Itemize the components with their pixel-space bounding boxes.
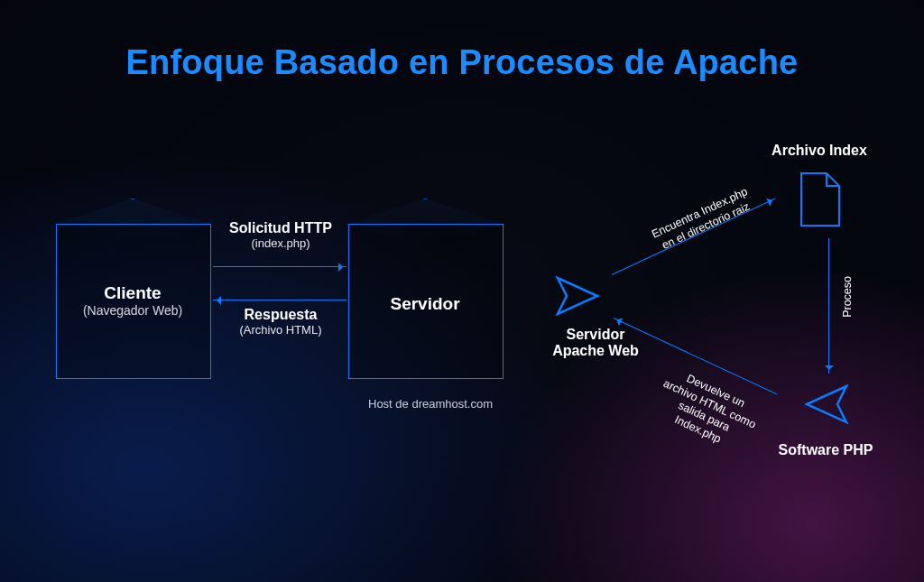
client-subtitle: (Navegador Web) <box>56 303 209 318</box>
arrow-response <box>213 300 346 300</box>
arrow-request <box>213 266 346 267</box>
page-title: Enfoque Basado en Procesos de Apache <box>0 43 924 82</box>
request-label: Solicitud HTTP (index.php) <box>222 220 339 250</box>
client-cube: Cliente (Navegador Web) <box>56 224 209 377</box>
php-label: Software PHP <box>767 442 884 458</box>
server-caption: Host de dreamhost.com <box>368 397 493 411</box>
client-title: Cliente <box>56 283 209 303</box>
response-label: Respuesta (Archivo HTML) <box>227 307 334 337</box>
process-text: Proceso <box>841 276 854 318</box>
server-cube: Servidor <box>348 224 502 377</box>
diagram-stage: Enfoque Basado en Procesos de Apache Cli… <box>0 0 924 582</box>
server-title: Servidor <box>348 294 502 314</box>
apache-label: Servidor Apache Web <box>541 327 650 359</box>
return-html-text: Devuelve unarchivo HTML comosalida paraI… <box>625 353 788 468</box>
arrow-process <box>828 238 829 374</box>
index-file-label: Archivo Index <box>765 143 873 159</box>
file-icon <box>796 170 845 229</box>
find-index-text: Encuentra Index.phpen el directorio raiz <box>627 175 778 265</box>
